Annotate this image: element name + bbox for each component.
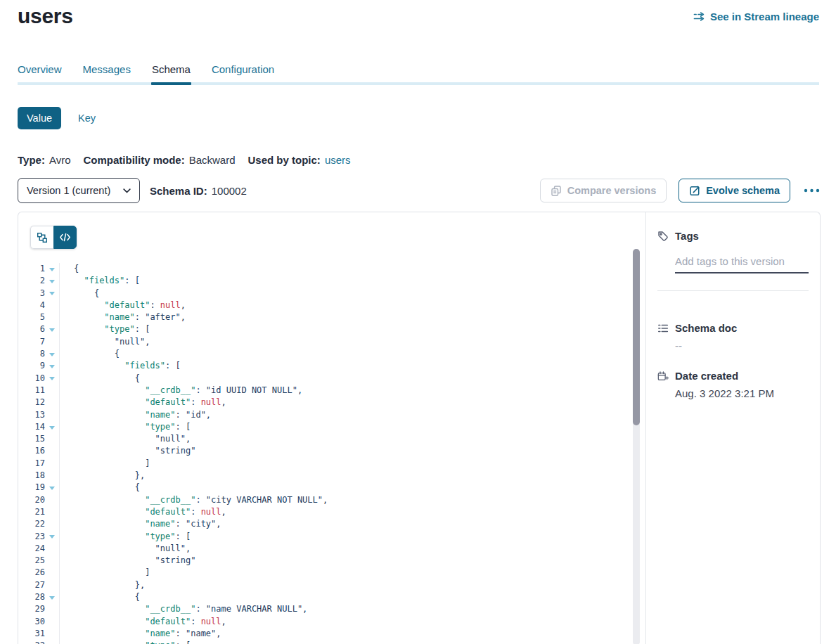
scrollbar-thumb[interactable] — [633, 249, 640, 425]
tag-icon — [657, 231, 669, 242]
fold-toggle-icon[interactable] — [45, 421, 60, 433]
fold-spacer — [45, 445, 60, 457]
fold-toggle-icon[interactable] — [45, 482, 60, 494]
fold-spacer — [45, 518, 60, 530]
stream-lineage-label: See in Stream lineage — [710, 11, 819, 22]
schema-page: users See in Stream lineage Overview Mes… — [0, 0, 836, 644]
code-text: "default": null, — [60, 616, 226, 628]
list-icon — [657, 323, 669, 334]
line-number: 12 — [18, 397, 45, 408]
code-text: "default": null, — [60, 397, 226, 408]
fold-toggle-icon[interactable] — [45, 323, 60, 335]
ellipsis-icon — [804, 188, 820, 193]
code-text: "fields": [ — [60, 275, 140, 287]
schema-id-label: Schema ID: — [150, 185, 207, 197]
line-number: 27 — [18, 579, 45, 591]
tags-heading: Tags — [675, 230, 699, 242]
line-number: 11 — [18, 385, 45, 397]
topic-link[interactable]: users — [325, 154, 351, 166]
calendar-add-icon — [657, 371, 669, 382]
code-lines: 1{2 "fields": [3 {4 "default": null,5 "n… — [18, 263, 645, 644]
code-text: { — [60, 591, 140, 603]
code-line: 20 "__crdb__": "city VARCHAR NOT NULL", — [18, 494, 645, 506]
code-line: 13 "name": "id", — [18, 409, 645, 421]
fold-toggle-icon[interactable] — [45, 640, 60, 644]
code-text: "type": [ — [60, 640, 191, 644]
tags-input[interactable] — [675, 252, 809, 273]
code-line: 31 "name": "name", — [18, 628, 645, 640]
tab-messages[interactable]: Messages — [83, 63, 131, 82]
code-text: "__crdb__": "city VARCHAR NOT NULL", — [60, 494, 328, 506]
code-text: { — [60, 288, 99, 300]
code-text: "null", — [60, 433, 191, 445]
code-text: "name": "id", — [60, 409, 211, 421]
fold-toggle-icon[interactable] — [45, 288, 60, 300]
code-view-button[interactable] — [53, 226, 77, 249]
line-number: 14 — [18, 421, 45, 433]
fold-toggle-icon[interactable] — [45, 348, 60, 360]
date-created-heading: Date created — [675, 370, 738, 382]
line-number: 13 — [18, 409, 45, 421]
fold-toggle-icon[interactable] — [45, 263, 60, 275]
line-number: 30 — [18, 616, 45, 628]
stream-lineage-icon — [693, 12, 705, 21]
fold-spacer — [45, 506, 60, 518]
line-number: 25 — [18, 555, 45, 567]
chevron-down-icon — [123, 188, 131, 193]
code-line: 24 "null", — [18, 543, 645, 555]
line-number: 29 — [18, 603, 45, 615]
more-options-button[interactable] — [802, 186, 821, 195]
code-line: 23 "type": [ — [18, 531, 645, 543]
code-line: 8 { — [18, 348, 645, 360]
tree-view-icon — [37, 232, 48, 243]
compare-versions-button[interactable]: Compare versions — [540, 179, 667, 202]
value-key-toggle: Value Key — [18, 107, 96, 129]
code-text: "default": null, — [60, 506, 226, 518]
fold-toggle-icon[interactable] — [45, 531, 60, 543]
code-line: 25 "string" — [18, 555, 645, 567]
code-text: ] — [60, 567, 150, 579]
fold-toggle-icon[interactable] — [45, 373, 60, 385]
schema-doc-value: -- — [675, 340, 809, 352]
type-value: Avro — [49, 154, 71, 166]
fold-toggle-icon[interactable] — [45, 275, 60, 287]
tab-overview[interactable]: Overview — [18, 63, 62, 82]
tab-configuration[interactable]: Configuration — [212, 63, 274, 82]
evolve-schema-label: Evolve schema — [706, 185, 780, 196]
tab-bar: Overview Messages Schema Configuration — [18, 63, 819, 85]
code-line: 14 "type": [ — [18, 421, 645, 433]
sidebar-divider — [657, 290, 809, 291]
version-select[interactable]: Version 1 (current) — [18, 178, 140, 203]
line-number: 31 — [18, 628, 45, 640]
fold-spacer — [45, 385, 60, 397]
code-text: "fields": [ — [60, 360, 181, 372]
line-number: 4 — [18, 300, 45, 311]
line-number: 22 — [18, 518, 45, 530]
version-bar: Version 1 (current) Schema ID: 100002 — [18, 178, 247, 203]
code-viewer: 1{2 "fields": [3 {4 "default": null,5 "n… — [18, 212, 646, 644]
fold-toggle-icon[interactable] — [45, 360, 60, 372]
fold-toggle-icon[interactable] — [45, 591, 60, 603]
value-toggle-button[interactable]: Value — [18, 107, 61, 129]
code-line: 29 "__crdb__": "name VARCHAR NULL", — [18, 603, 645, 615]
code-line: 6 "type": [ — [18, 323, 645, 335]
fold-spacer — [45, 409, 60, 421]
code-line: 32 "type": [ — [18, 640, 645, 644]
stream-lineage-link[interactable]: See in Stream lineage — [693, 11, 819, 22]
tree-view-button[interactable] — [30, 226, 53, 249]
line-number: 2 — [18, 275, 45, 287]
line-number: 5 — [18, 311, 45, 323]
tab-schema[interactable]: Schema — [152, 63, 191, 82]
evolve-schema-button[interactable]: Evolve schema — [679, 179, 790, 202]
schema-meta: Type:Avro Compatibility mode:Backward Us… — [18, 154, 351, 166]
code-text: "default": null, — [60, 300, 186, 311]
date-created-value: Aug. 3 2022 3:21 PM — [675, 387, 809, 399]
code-text: }, — [60, 470, 145, 482]
code-scrollbar[interactable] — [633, 249, 640, 644]
line-number: 28 — [18, 591, 45, 603]
line-number: 17 — [18, 458, 45, 470]
line-number: 16 — [18, 445, 45, 457]
used-by-topic-label: Used by topic: — [248, 154, 321, 166]
key-toggle-button[interactable]: Key — [78, 112, 96, 124]
code-line: 9 "fields": [ — [18, 360, 645, 372]
